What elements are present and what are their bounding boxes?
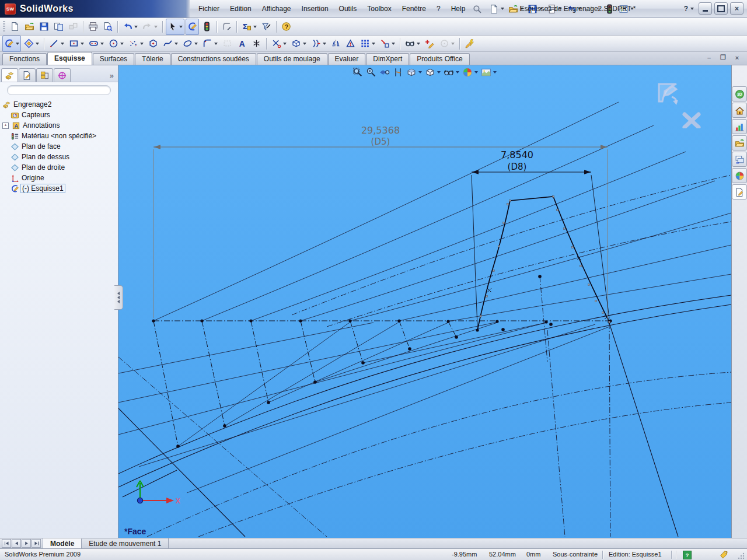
display-style-button[interactable] <box>424 66 441 78</box>
section-view-button[interactable] <box>392 66 404 78</box>
smart-dimension-dropdown[interactable] <box>36 43 39 45</box>
apply-scene-button[interactable] <box>480 66 497 78</box>
minimize-button[interactable] <box>699 2 712 15</box>
quick-tips-button[interactable]: ? <box>683 551 692 559</box>
ellipse-dropdown[interactable] <box>194 43 198 45</box>
panel-collapse-handle[interactable] <box>114 285 123 310</box>
tab-last-button[interactable] <box>32 539 41 548</box>
featuremanager-filter-input[interactable] <box>7 85 111 95</box>
rectangle-button[interactable] <box>67 36 86 52</box>
dimxpertmanager-tab[interactable] <box>54 68 71 82</box>
spline-dropdown[interactable] <box>174 43 178 45</box>
sketch-button[interactable] <box>186 19 199 35</box>
resize-grip[interactable] <box>738 552 745 560</box>
expander-icon[interactable]: + <box>2 123 9 129</box>
display-relations-dropdown[interactable] <box>417 43 420 45</box>
offset-entities-button[interactable] <box>309 36 328 52</box>
tab-evaluer[interactable]: Evaluer <box>328 53 366 65</box>
display-relations-button[interactable] <box>403 36 422 52</box>
select-button[interactable] <box>166 19 184 35</box>
view-palette-tab[interactable] <box>732 152 747 167</box>
home-tab[interactable] <box>732 103 747 118</box>
select-dropdown[interactable] <box>179 26 183 28</box>
linear-pattern-button[interactable] <box>358 36 377 52</box>
tab-produits-office[interactable]: Produits Office <box>410 53 469 65</box>
tab-tôlerie[interactable]: Tôlerie <box>135 53 170 65</box>
help-dropdown[interactable] <box>690 8 694 10</box>
doc-minimize-button[interactable]: – <box>705 54 713 61</box>
convert-entities-dropdown[interactable] <box>303 43 306 45</box>
line-button[interactable] <box>47 36 66 52</box>
view-orientation-button[interactable] <box>406 66 423 78</box>
make-drawing-button[interactable] <box>52 19 65 35</box>
tree-item-part-root[interactable]: Engrenage2 <box>2 99 118 110</box>
open-button[interactable] <box>23 19 36 35</box>
help-button[interactable]: ? <box>682 4 696 14</box>
text-button[interactable]: A <box>235 36 249 52</box>
menu-fichier[interactable]: Fichier <box>193 4 225 14</box>
previous-view-button[interactable] <box>379 66 390 78</box>
tab-outils-de-moulage[interactable]: Outils de moulage <box>257 53 327 65</box>
trim-entities-dropdown[interactable] <box>283 43 287 45</box>
tag-button[interactable] <box>720 550 728 560</box>
design-library-tab[interactable] <box>732 119 747 134</box>
tree-item-sensors[interactable]: Capteurs <box>2 110 118 120</box>
sketch-button[interactable] <box>2 36 21 52</box>
menu-help[interactable]: Help <box>446 4 471 14</box>
slot-dropdown[interactable] <box>100 43 104 45</box>
display-style-dropdown[interactable] <box>437 71 441 74</box>
tree-item-right-plane[interactable]: Plan de droite <box>2 162 118 173</box>
tab-fonctions[interactable]: Fonctions <box>2 53 47 65</box>
maximize-button[interactable] <box>714 2 728 15</box>
propertymanager-tab[interactable] <box>19 68 36 82</box>
move-entities-dropdown[interactable] <box>392 43 395 45</box>
menu-fen-tre[interactable]: Fenêtre <box>397 4 431 14</box>
offset-entities-dropdown[interactable] <box>323 43 326 45</box>
tree-item-origin[interactable]: Origine <box>2 173 118 183</box>
line-dropdown[interactable] <box>61 43 64 45</box>
tree-item-front-plane[interactable]: Plan de face <box>2 141 118 152</box>
ellipse-button[interactable] <box>181 36 200 52</box>
tab-prev-button[interactable] <box>12 539 21 548</box>
point-button[interactable] <box>250 36 263 52</box>
zoom-to-fit-button[interactable] <box>352 66 364 78</box>
hide-show-items-button[interactable] <box>443 66 460 78</box>
tree-item-sketch1[interactable]: (-) Esquisse1 <box>2 183 118 194</box>
zoom-to-area-button[interactable] <box>365 66 377 78</box>
undo-button[interactable] <box>121 19 139 35</box>
edit-appearance-dropdown[interactable] <box>474 71 478 74</box>
spline-points-dropdown[interactable] <box>140 43 144 45</box>
appearances-scenes-tab[interactable] <box>732 168 747 183</box>
menu-outils[interactable]: Outils <box>334 4 362 14</box>
dimension-d5[interactable]: 29,5368 (D5) <box>153 125 608 320</box>
trim-entities-button[interactable] <box>270 36 288 52</box>
tab-constructions-soudées[interactable]: Constructions soudées <box>171 53 256 65</box>
tab-first-button[interactable] <box>2 539 11 548</box>
cancel-sketch-icon[interactable] <box>685 114 699 127</box>
tab-dimxpert[interactable]: DimXpert <box>366 53 409 65</box>
exit-sketch-icon[interactable] <box>659 84 678 105</box>
fillet-button[interactable] <box>201 36 219 52</box>
tree-item-annotations[interactable]: +AAnnotations <box>2 120 118 131</box>
edit-appearance-button[interactable] <box>462 66 479 78</box>
panel-overflow-chevron[interactable]: » <box>110 71 117 82</box>
graphics-area[interactable]: 29,5368 (D5) 7,8540 (D8) X <box>118 65 731 538</box>
model-tab-etude-de-mouvement-1[interactable]: Etude de mouvement 1 <box>82 538 169 548</box>
slot-button[interactable] <box>87 36 106 52</box>
file-explorer-tab[interactable] <box>732 135 747 150</box>
menu-?[interactable]: ? <box>431 4 446 14</box>
measure-button[interactable]: Σ <box>240 19 259 35</box>
redo-dropdown[interactable] <box>154 26 158 28</box>
measure-dropdown[interactable] <box>253 26 257 28</box>
tab-surfaces[interactable]: Surfaces <box>93 53 134 65</box>
circle-button[interactable] <box>107 36 125 52</box>
hide-show-items-dropdown[interactable] <box>456 71 459 74</box>
tree-item-top-plane[interactable]: Plan de dessus <box>2 152 118 162</box>
menu-affichage[interactable]: Affichage <box>257 4 296 14</box>
spline-button[interactable] <box>161 36 180 52</box>
toolbar-grip[interactable] <box>3 21 5 33</box>
help-button[interactable]: ? <box>280 19 293 35</box>
sketch-check-button[interactable] <box>344 36 357 52</box>
view-orientation-dropdown[interactable] <box>418 71 422 74</box>
smart-dimension-button[interactable] <box>22 36 41 52</box>
